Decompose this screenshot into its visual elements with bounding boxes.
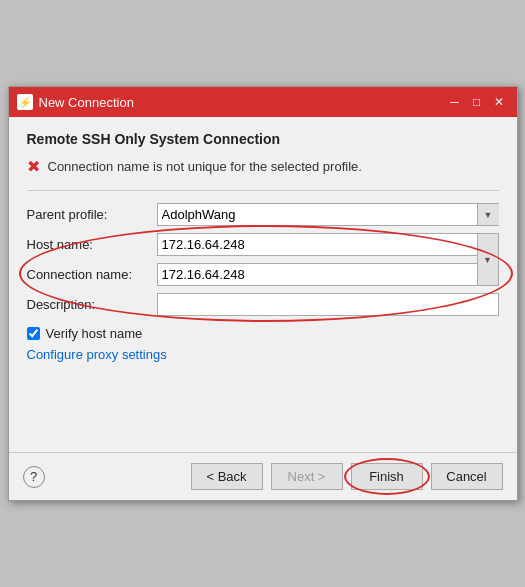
error-box: ✖ Connection name is not unique for the …	[27, 157, 499, 176]
divider	[27, 190, 499, 191]
parent-profile-select-wrap: AdolphWang ▼	[157, 203, 499, 226]
parent-profile-row: Parent profile: AdolphWang ▼	[27, 203, 499, 226]
host-name-input-wrap: ▼	[157, 233, 499, 256]
description-label: Description:	[27, 297, 157, 312]
verify-host-row: Verify host name	[27, 326, 499, 341]
description-input[interactable]	[157, 293, 499, 316]
dialog-footer: ? < Back Next > Finish Cancel	[9, 452, 517, 500]
connection-name-label: Connection name:	[27, 267, 157, 282]
connection-name-input-wrap	[157, 263, 499, 286]
maximize-button[interactable]: □	[467, 92, 487, 112]
verify-host-label: Verify host name	[46, 326, 143, 341]
title-bar: ⚡ New Connection ─ □ ✕	[9, 87, 517, 117]
highlight-group: Host name: ▼ Connection name:	[27, 233, 499, 286]
back-button[interactable]: < Back	[191, 463, 263, 490]
new-connection-window: ⚡ New Connection ─ □ ✕ Remote SSH Only S…	[8, 86, 518, 501]
next-button[interactable]: Next >	[271, 463, 343, 490]
connection-name-input[interactable]	[157, 263, 499, 286]
host-name-label: Host name:	[27, 237, 157, 252]
error-icon: ✖	[27, 157, 40, 176]
cancel-button[interactable]: Cancel	[431, 463, 503, 490]
parent-profile-label: Parent profile:	[27, 207, 157, 222]
finish-label: Finish	[369, 469, 404, 484]
window-title: New Connection	[39, 95, 134, 110]
error-message: Connection name is not unique for the se…	[48, 159, 362, 174]
parent-profile-select[interactable]: AdolphWang	[157, 203, 499, 226]
help-button[interactable]: ?	[23, 466, 45, 488]
window-icon: ⚡	[17, 94, 33, 110]
host-name-row: Host name: ▼	[27, 233, 499, 256]
description-row: Description:	[27, 293, 499, 316]
host-name-input[interactable]	[157, 233, 499, 256]
verify-host-checkbox[interactable]	[27, 327, 40, 340]
close-button[interactable]: ✕	[489, 92, 509, 112]
minimize-button[interactable]: ─	[445, 92, 465, 112]
title-buttons: ─ □ ✕	[445, 92, 509, 112]
connection-name-row: Connection name:	[27, 263, 499, 286]
dialog-content: Remote SSH Only System Connection ✖ Conn…	[9, 117, 517, 372]
description-input-wrap	[157, 293, 499, 316]
section-title: Remote SSH Only System Connection	[27, 131, 499, 147]
finish-button[interactable]: Finish	[351, 463, 423, 490]
configure-proxy-link[interactable]: Configure proxy settings	[27, 347, 167, 362]
title-bar-left: ⚡ New Connection	[17, 94, 134, 110]
footer-buttons: < Back Next > Finish Cancel	[191, 463, 503, 490]
